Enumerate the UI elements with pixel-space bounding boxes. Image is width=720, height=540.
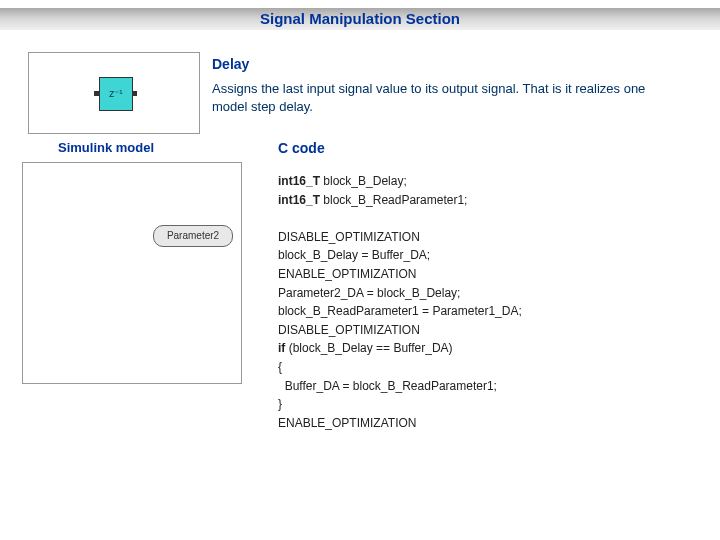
- code-line: {: [278, 358, 522, 377]
- keyword: int16_T: [278, 174, 320, 188]
- code-line: ENABLE_OPTIMIZATION: [278, 414, 522, 433]
- code-line: if (block_B_Delay == Buffer_DA): [278, 339, 522, 358]
- code-line: Parameter2_DA = block_B_Delay;: [278, 284, 522, 303]
- code-line: DISABLE_OPTIMIZATION: [278, 321, 522, 340]
- code-line: int16_T block_B_Delay;: [278, 172, 522, 191]
- parameter-block: Parameter2: [153, 225, 233, 247]
- page-title: Signal Manipulation Section: [0, 8, 720, 30]
- desc-line2: model step delay.: [212, 99, 313, 114]
- code-line: block_B_ReadParameter1 = Parameter1_DA;: [278, 302, 522, 321]
- section-description: Assigns the last input signal value to i…: [212, 80, 702, 115]
- c-code-block: int16_T block_B_Delay; int16_T block_B_R…: [278, 172, 522, 432]
- code-line: int16_T block_B_ReadParameter1;: [278, 191, 522, 210]
- code-line: DISABLE_OPTIMIZATION: [278, 228, 522, 247]
- desc-line1: Assigns the last input signal value to i…: [212, 81, 645, 96]
- code-text: (block_B_Delay == Buffer_DA): [285, 341, 452, 355]
- code-line: block_B_Delay = Buffer_DA;: [278, 246, 522, 265]
- code-text: block_B_Delay;: [320, 174, 407, 188]
- code-line: ENABLE_OPTIMIZATION: [278, 265, 522, 284]
- simulink-model-diagram: Parameter2: [22, 162, 242, 384]
- delay-diagram: z⁻¹: [28, 52, 200, 134]
- code-line: Buffer_DA = block_B_ReadParameter1;: [278, 377, 522, 396]
- section-heading: Delay: [212, 56, 249, 72]
- code-line: }: [278, 395, 522, 414]
- c-code-label: C code: [278, 140, 325, 156]
- keyword: int16_T: [278, 193, 320, 207]
- simulink-model-label: Simulink model: [58, 140, 154, 155]
- code-line: [278, 209, 522, 228]
- port-right: [132, 91, 137, 96]
- z-inverse-block: z⁻¹: [99, 77, 133, 111]
- code-text: block_B_ReadParameter1;: [320, 193, 467, 207]
